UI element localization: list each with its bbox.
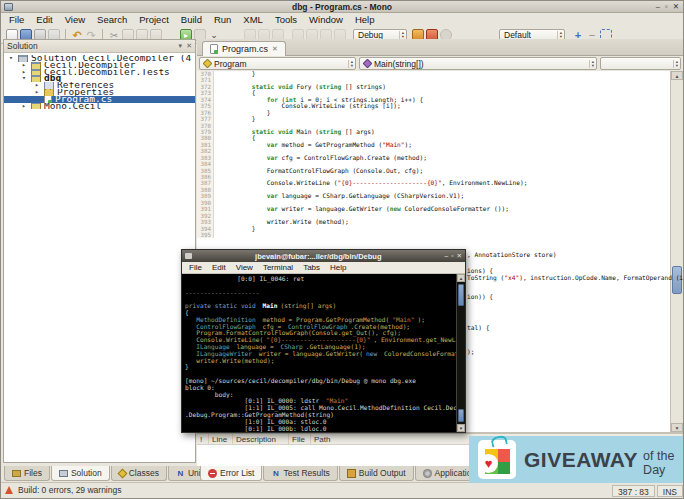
menu-build[interactable]: Build — [175, 13, 208, 27]
minimize-icon[interactable]: – — [656, 2, 660, 11]
terminal-scrollbar-thumb[interactable] — [458, 284, 464, 306]
region-combo[interactable]: ▴▾ — [600, 57, 681, 70]
warning-icon — [5, 486, 13, 494]
dock-tab-build-output[interactable]: Build Output — [339, 466, 414, 481]
window-controls: – ▫ ✕ — [656, 2, 679, 11]
folder-icon — [44, 89, 54, 96]
tree-item[interactable]: ▾dbg — [4, 75, 195, 82]
menu-tools[interactable]: Tools — [269, 13, 303, 27]
build-status: Build: 0 errors, 29 warnings — [18, 485, 121, 495]
menu-search[interactable]: Search — [91, 13, 133, 27]
tree-item[interactable]: ▸Cecil.Decompiler — [4, 62, 195, 69]
solution-icon — [18, 55, 28, 62]
terminal-maximize-icon[interactable]: ▫ — [451, 252, 453, 260]
terminal-scroll-up-icon[interactable]: ▲ — [457, 274, 465, 282]
scroll-down-icon[interactable]: ▼ — [671, 423, 683, 432]
expander-closed-icon[interactable]: ▸ — [20, 62, 28, 69]
menu-view[interactable]: View — [59, 13, 91, 27]
project-icon — [31, 103, 41, 110]
terminal-line: } — [185, 364, 465, 371]
pad-tab-solution[interactable]: Solution — [51, 466, 110, 481]
terminal-window: jbevain@fubar:...iler/dbg/bin/Debug – ▫ … — [181, 249, 466, 433]
terminal-menu-help[interactable]: Help — [325, 262, 351, 274]
expander-closed-icon[interactable]: ▸ — [20, 69, 28, 76]
pad-close-icon[interactable]: ✕ — [186, 42, 192, 50]
terminal-line — [185, 371, 465, 378]
column-header-file[interactable]: File — [289, 434, 311, 444]
dock-tab-error-list[interactable]: Error List — [200, 466, 262, 481]
tab-close-icon[interactable]: ✕ — [272, 45, 278, 53]
menu-project[interactable]: Project — [133, 13, 175, 27]
member-combo-value: Main(string[]) — [374, 59, 586, 69]
solution-pad: Solution ▾ ✕ ▾Solution Cecil.Decompiler … — [3, 39, 196, 463]
column-header-line[interactable]: Line — [209, 434, 233, 444]
monodevelop-window: dbg - Program.cs - Mono – ▫ ✕ FileEditVi… — [0, 0, 684, 499]
tree-item[interactable]: ▸References — [4, 82, 195, 89]
tree-item[interactable]: ▸Cecil.Decompiler.Tests — [4, 69, 195, 76]
column-header-[interactable]: ! — [197, 434, 209, 444]
expander-open-icon[interactable]: ▾ — [7, 55, 15, 62]
terminal-line: [mono] ~/sources/cecil/decompiler/dbg/bi… — [185, 378, 465, 385]
combo-stepper-icon: ▴▾ — [673, 60, 678, 68]
solution-icon — [59, 470, 68, 477]
terminal-scrollbar[interactable]: ▲ ▼ — [456, 274, 465, 432]
menu-window[interactable]: Window — [303, 13, 349, 27]
tree-item[interactable]: ▾Solution Cecil.Decompiler (4 entries) — [4, 55, 195, 62]
gift-icon: ♥ — [478, 440, 516, 479]
terminal-scrollbar-thumb[interactable] — [458, 409, 464, 422]
terminal-menu-view[interactable]: View — [231, 262, 258, 274]
terminal-close-icon[interactable]: ✕ — [457, 252, 462, 260]
scroll-up-icon[interactable]: ▲ — [671, 71, 683, 80]
type-combo[interactable]: Program ▴▾ — [199, 57, 356, 70]
tree-item[interactable]: Program.cs — [4, 96, 195, 103]
terminal-line: ILanguageWriter writer = language.GetWri… — [185, 351, 465, 358]
maximize-icon[interactable]: ▫ — [665, 2, 668, 11]
project-icon — [31, 62, 41, 69]
terminal-menu-file[interactable]: File — [184, 262, 207, 274]
column-header-description[interactable]: Description — [233, 434, 289, 444]
terminal-menu-tabs[interactable]: Tabs — [298, 262, 325, 274]
combo-stepper-icon: ▴▾ — [557, 31, 562, 39]
dock-tab-test-results[interactable]: NTest Results — [263, 466, 337, 481]
line-number: 395 — [197, 232, 214, 238]
tree-item-label: dbg — [44, 75, 61, 82]
tree-item-label: Cecil.Decompiler.Tests — [44, 69, 170, 76]
terminal-line: [1:1] IL_0005: call Mono.Cecil.MethodDef… — [185, 405, 465, 412]
terminal-line: { — [185, 310, 465, 317]
pad-dock-icon[interactable]: ▾ — [179, 42, 183, 50]
close-icon[interactable]: ✕ — [673, 2, 679, 11]
scrollbar-thumb[interactable] — [672, 266, 682, 294]
heart-icon: ♥ — [485, 457, 493, 470]
terminal-content[interactable]: [0:0] IL_0046: ret -------------------- … — [182, 274, 465, 432]
terminal-titlebar[interactable]: jbevain@fubar:...iler/dbg/bin/Debug – ▫ … — [182, 250, 465, 262]
pad-tab-classes[interactable]: Classes — [111, 466, 167, 481]
banner-subtitle: of the Day — [643, 449, 684, 477]
tab-program-cs[interactable]: Program.cs ✕ — [202, 41, 286, 56]
menu-edit[interactable]: Edit — [30, 13, 58, 27]
menu-help[interactable]: Help — [349, 13, 381, 27]
terminal-menu-edit[interactable]: Edit — [207, 262, 231, 274]
menu-run[interactable]: Run — [208, 13, 237, 27]
member-combo[interactable]: Main(string[]) ▴▾ — [359, 57, 597, 70]
tree-item-label: Properties — [57, 89, 114, 96]
tree-item[interactable]: ▸Properties — [4, 89, 195, 96]
pad-tab-files[interactable]: Files — [4, 466, 50, 481]
tab-label: Test Results — [283, 468, 329, 478]
expander-closed-icon[interactable]: ▸ — [33, 82, 41, 89]
editor-navigation-bar: Program ▴▾ Main(string[]) ▴▾ ▴▾ — [197, 56, 683, 71]
expander-closed-icon[interactable]: ▸ — [33, 89, 41, 96]
tree-item[interactable]: ▸Mono.Cecil — [4, 103, 195, 110]
expander-open-icon[interactable]: ▾ — [20, 75, 28, 82]
terminal-menu-terminal[interactable]: Terminal — [258, 262, 298, 274]
file-icon — [210, 44, 218, 54]
expander-closed-icon[interactable]: ▸ — [20, 103, 28, 110]
terminal-scroll-down-icon[interactable]: ▼ — [457, 424, 465, 432]
file-icon — [44, 96, 52, 103]
window-titlebar[interactable]: dbg - Program.cs - Mono – ▫ ✕ — [1, 1, 683, 13]
references-icon — [44, 82, 54, 89]
menu-xml[interactable]: XML — [237, 13, 269, 27]
terminal-minimize-icon[interactable]: – — [445, 252, 449, 260]
terminal-line: writer.Write(method); — [185, 358, 465, 365]
editor-scrollbar[interactable]: ▲ ▼ — [670, 71, 683, 432]
menu-file[interactable]: File — [3, 13, 30, 27]
